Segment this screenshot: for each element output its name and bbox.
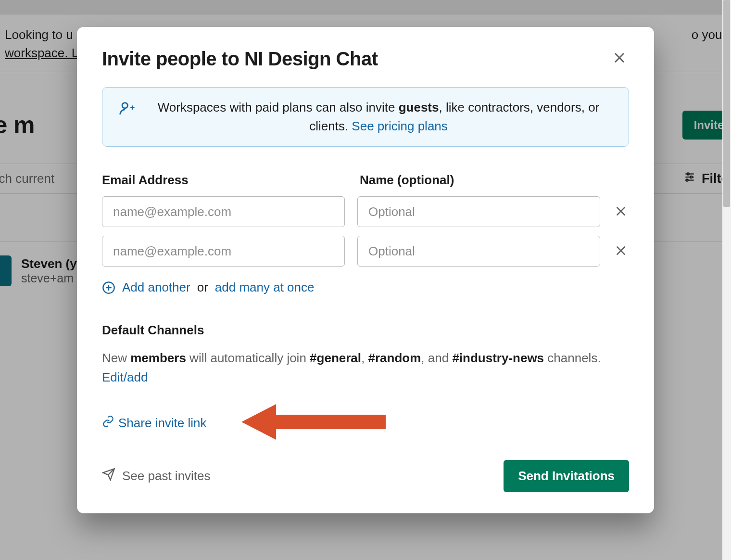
close-icon	[615, 251, 627, 258]
remove-row-button[interactable]	[613, 203, 629, 221]
send-invitations-button[interactable]: Send Invitations	[504, 460, 629, 492]
paper-plane-icon	[102, 468, 115, 484]
dc-post: channels.	[544, 351, 601, 365]
name-label: Name (optional)	[360, 173, 454, 188]
close-icon	[615, 212, 627, 219]
email-field[interactable]	[102, 196, 345, 227]
dc-s1: ,	[361, 351, 368, 365]
dc-members: members	[130, 351, 186, 365]
name-field[interactable]	[357, 236, 600, 267]
scrollbar-thumb[interactable]	[723, 0, 730, 207]
share-invite-link[interactable]: Share invite link	[102, 415, 207, 431]
remove-row-button[interactable]	[613, 242, 629, 260]
svg-point-8	[122, 103, 127, 108]
plus-circle-icon	[102, 281, 115, 294]
banner-text-bold: guests	[399, 100, 439, 115]
person-add-icon	[119, 100, 135, 122]
close-button[interactable]	[610, 48, 629, 69]
close-icon	[613, 59, 626, 66]
modal-title: Invite people to NI Design Chat	[102, 48, 378, 70]
banner-text-pre: Workspaces with paid plans can also invi…	[158, 100, 399, 115]
email-label: Email Address	[102, 173, 347, 188]
past-invites-label: See past invites	[122, 469, 211, 484]
invite-row	[102, 236, 629, 267]
edit-channels-link[interactable]: Edit/add	[102, 370, 148, 384]
invite-row	[102, 196, 629, 227]
dc-s2: , and	[421, 351, 452, 365]
name-field[interactable]	[357, 196, 600, 227]
see-past-invites-link[interactable]: See past invites	[102, 468, 211, 484]
default-channels-title: Default Channels	[102, 323, 629, 338]
svg-marker-18	[241, 404, 386, 440]
add-another-link[interactable]: Add another	[122, 280, 190, 295]
add-many-link[interactable]: add many at once	[215, 280, 315, 295]
share-invite-label: Share invite link	[118, 416, 207, 431]
or-separator: or	[197, 280, 208, 295]
email-field[interactable]	[102, 236, 345, 267]
dc-pre: New	[102, 351, 130, 365]
dc-c3: #industry-news	[452, 351, 544, 365]
annotation-arrow-icon	[241, 400, 391, 445]
dc-mid: will automatically join	[186, 351, 310, 365]
invite-modal: Invite people to NI Design Chat Workspac…	[77, 27, 654, 513]
paid-plan-banner: Workspaces with paid plans can also invi…	[102, 87, 629, 147]
dc-c1: #general	[310, 351, 361, 365]
link-icon	[102, 415, 114, 431]
pricing-plans-link[interactable]: See pricing plans	[352, 119, 447, 133]
default-channels-text: New members will automatically join #gen…	[102, 348, 629, 387]
dc-c2: #random	[368, 351, 421, 365]
scrollbar-track[interactable]	[722, 0, 731, 560]
add-another-row: Add another or add many at once	[102, 280, 629, 295]
